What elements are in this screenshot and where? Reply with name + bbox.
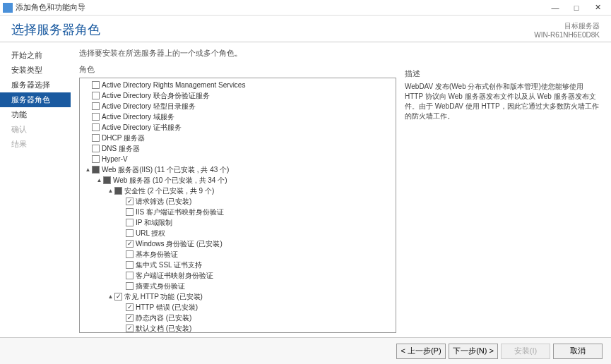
checkbox[interactable] — [126, 198, 134, 205]
tree-label[interactable]: Active Directory 域服务 — [102, 112, 174, 122]
tree-label[interactable]: 请求筛选 (已安装) — [136, 197, 191, 207]
tree-row[interactable]: Active Directory 联合身份验证服务 — [81, 90, 394, 101]
tree-label[interactable]: 客户端证书映射身份验证 — [136, 271, 213, 281]
roles-tree[interactable]: Active Directory Rights Management Servi… — [79, 78, 396, 333]
install-button[interactable]: 安装(I) — [501, 344, 550, 359]
tree-row[interactable]: 静态内容 (已安装) — [81, 313, 394, 323]
tree-label[interactable]: 默认文档 (已安装) — [136, 324, 191, 334]
next-button[interactable]: 下一步(N) > — [449, 344, 498, 359]
tree-row[interactable]: DHCP 服务器 — [81, 133, 394, 143]
checkbox[interactable] — [126, 261, 134, 269]
collapse-icon[interactable]: ▲ — [84, 166, 92, 174]
tree-row[interactable]: Active Directory Rights Management Servi… — [81, 80, 394, 90]
tree-row[interactable]: IP 和域限制 — [81, 217, 394, 228]
tree-label[interactable]: Active Directory Rights Management Servi… — [102, 81, 245, 89]
sidebar-item-2[interactable]: 服务器选择 — [0, 78, 71, 92]
sidebar-item-3[interactable]: 服务器角色 — [0, 92, 71, 107]
tree-label[interactable]: Active Directory 证书服务 — [102, 123, 182, 133]
collapse-icon[interactable]: ▲ — [107, 293, 114, 301]
tree-row[interactable]: 客户端证书映射身份验证 — [81, 270, 394, 281]
tree-row[interactable]: Windows 身份验证 (已安装) — [81, 238, 394, 249]
tree-label[interactable]: HTTP 错误 (已安装) — [136, 303, 198, 313]
checkbox[interactable] — [92, 92, 100, 99]
tree-label[interactable]: Web 服务器(IIS) (11 个已安装 , 共 43 个) — [102, 165, 229, 175]
checkbox[interactable] — [92, 166, 100, 174]
collapse-icon[interactable]: ▲ — [95, 176, 103, 184]
checkbox[interactable] — [114, 293, 122, 301]
tree-row[interactable]: ▲Web 服务器 (10 个已安装 , 共 34 个) — [81, 175, 394, 186]
tree-label[interactable]: 常见 HTTP 功能 (已安装) — [124, 292, 203, 302]
header: 选择服务器角色 目标服务器 WIN-R61NH6E0D8K — [0, 16, 611, 42]
page-title: 选择服务器角色 — [11, 21, 100, 38]
tree-label[interactable]: Web 服务器 (10 个已安装 , 共 34 个) — [113, 176, 227, 186]
checkbox[interactable] — [126, 250, 134, 258]
tree-label[interactable]: 摘要式身份验证 — [136, 281, 185, 291]
checkbox[interactable] — [92, 155, 100, 163]
tree-row[interactable]: 请求筛选 (已安装) — [81, 196, 394, 207]
checkbox[interactable] — [92, 123, 100, 131]
tree-row[interactable]: 摘要式身份验证 — [81, 281, 394, 291]
tree-label[interactable]: Hyper-V — [102, 155, 128, 163]
minimize-button[interactable]: — — [545, 1, 566, 15]
tree-label[interactable]: 安全性 (2 个已安装 , 共 9 个) — [124, 186, 214, 196]
tree-label[interactable]: IIS 客户端证书映射身份验证 — [136, 207, 224, 217]
tree-label[interactable]: 基本身份验证 — [136, 250, 178, 260]
checkbox[interactable] — [126, 240, 134, 248]
checkbox[interactable] — [92, 102, 100, 110]
titlebar: 添加角色和功能向导 — □ ✕ — [0, 0, 611, 16]
tree-label[interactable]: DHCP 服务器 — [102, 133, 145, 143]
maximize-button[interactable]: □ — [566, 1, 587, 15]
cancel-button[interactable]: 取消 — [553, 344, 603, 359]
tree-label[interactable]: Windows 身份验证 (已安装) — [136, 239, 223, 249]
checkbox[interactable] — [103, 176, 111, 184]
checkbox[interactable] — [126, 303, 134, 311]
checkbox[interactable] — [126, 272, 134, 279]
tree-row[interactable]: ▲Web 服务器(IIS) (11 个已安装 , 共 43 个) — [81, 164, 394, 175]
tree-row[interactable]: Active Directory 证书服务 — [81, 122, 394, 133]
checkbox[interactable] — [92, 145, 100, 152]
tree-spacer — [84, 113, 92, 121]
close-button[interactable]: ✕ — [587, 1, 608, 15]
checkbox[interactable] — [126, 229, 134, 237]
collapse-icon[interactable]: ▲ — [107, 187, 114, 195]
tree-row[interactable]: Active Directory 轻型目录服务 — [81, 101, 394, 111]
tree-row[interactable]: Active Directory 域服务 — [81, 111, 394, 122]
sidebar-item-1[interactable]: 安装类型 — [0, 63, 71, 78]
tree-label[interactable]: Active Directory 联合身份验证服务 — [102, 91, 210, 101]
tree-label[interactable]: Active Directory 轻型目录服务 — [102, 102, 196, 111]
tree-label[interactable]: 集中式 SSL 证书支持 — [136, 260, 202, 270]
tree-label[interactable]: 静态内容 (已安装) — [136, 313, 191, 323]
tree-row[interactable]: 默认文档 (已安装) — [81, 323, 394, 333]
tree-row[interactable]: 集中式 SSL 证书支持 — [81, 260, 394, 270]
tree-spacer — [84, 92, 92, 99]
tree-row[interactable]: ▲安全性 (2 个已安装 , 共 9 个) — [81, 186, 394, 196]
checkbox[interactable] — [126, 219, 134, 226]
checkbox[interactable] — [92, 81, 100, 89]
checkbox[interactable] — [126, 324, 134, 332]
tree-row[interactable]: HTTP 错误 (已安装) — [81, 302, 394, 313]
tree-spacer — [84, 102, 92, 110]
sidebar-item-0[interactable]: 开始之前 — [0, 48, 71, 63]
checkbox[interactable] — [126, 314, 134, 322]
tree-row[interactable]: 基本身份验证 — [81, 249, 394, 260]
checkbox[interactable] — [126, 282, 134, 290]
tree-label[interactable]: DNS 服务器 — [102, 144, 140, 154]
checkbox[interactable] — [92, 134, 100, 142]
tree-row[interactable]: DNS 服务器 — [81, 143, 394, 154]
tree-row[interactable]: URL 授权 — [81, 228, 394, 238]
tree-spacer — [84, 123, 92, 131]
tree-row[interactable]: ▲常见 HTTP 功能 (已安装) — [81, 291, 394, 302]
tree-row[interactable]: Hyper-V — [81, 154, 394, 164]
tree-spacer — [118, 240, 126, 248]
sidebar-item-4[interactable]: 功能 — [0, 107, 71, 122]
checkbox[interactable] — [126, 208, 134, 216]
tree-spacer — [118, 324, 126, 332]
tree-label[interactable]: URL 授权 — [136, 229, 165, 238]
checkbox[interactable] — [114, 187, 122, 195]
description-label: 描述 — [405, 68, 603, 79]
tree-spacer — [118, 219, 126, 226]
tree-row[interactable]: IIS 客户端证书映射身份验证 — [81, 207, 394, 217]
tree-label[interactable]: IP 和域限制 — [136, 218, 172, 228]
checkbox[interactable] — [92, 113, 100, 121]
prev-button[interactable]: < 上一步(P) — [396, 344, 446, 359]
